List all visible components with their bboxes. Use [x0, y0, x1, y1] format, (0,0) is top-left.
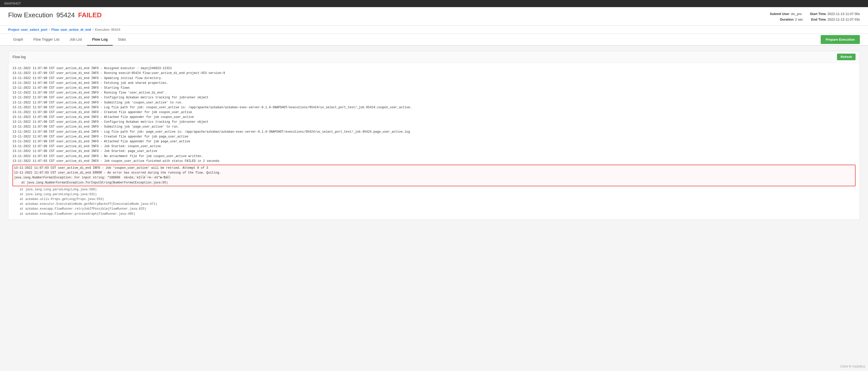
breadcrumb-flow-label: Flow	[52, 28, 59, 32]
tab-flow-log[interactable]: Flow Log	[87, 34, 113, 46]
tab-graph[interactable]: Graph	[8, 34, 28, 46]
content-area: Flow log Refresh 13-11-2022 11:07:00 CST…	[0, 46, 868, 225]
top-bar-title: SNAPSHOT	[4, 2, 21, 5]
breadcrumb-project-label: Project	[8, 28, 19, 32]
tabs-bar: GraphFlow Trigger ListJob ListFlow LogSt…	[0, 34, 868, 46]
log-line: 13-11-2022 11:07:03 CST user_active_di_e…	[12, 154, 856, 159]
log-line: 13-11-2022 11:07:00 CST user_active_di_e…	[12, 105, 856, 110]
log-panel-header: Flow log Refresh	[8, 51, 860, 63]
log-line: 13-11-2022 11:07:00 CST user_active_di_e…	[12, 139, 856, 144]
log-line: 13-11-2022 11:07:00 CST user_active_di_e…	[12, 100, 856, 105]
log-line: 13-11-2022 11:07:00 CST user_active_di_e…	[12, 91, 856, 95]
duration-meta: Duration 2 sec	[780, 17, 803, 22]
breadcrumb: Project user_select_port / Flow user_act…	[0, 26, 868, 34]
submit-user-value: olc_pro	[791, 11, 802, 17]
header-left: Flow Execution 95424 FAILED	[8, 11, 102, 19]
log-stack-line: at java.lang.Long.parseLong(Long.java:63…	[12, 192, 856, 197]
log-stack-line: at azkaban.executor.ExecutableNode.getRe…	[12, 202, 856, 207]
duration-label: Duration	[780, 17, 794, 22]
log-line: 13-11-2022 11:07:00 CST user_active_di_e…	[12, 110, 856, 115]
log-line: 13-11-2022 11:07:00 CST user_active_di_e…	[12, 81, 856, 86]
breadcrumb-project-link[interactable]: user_select_port	[21, 28, 47, 32]
log-panel: Flow log Refresh 13-11-2022 11:07:00 CST…	[8, 51, 860, 220]
log-stack-line: at azkaban.execapp.FlowRunner.processGra…	[12, 212, 856, 216]
tab-job-list[interactable]: Job List	[65, 34, 87, 46]
log-line: 13-11-2022 11:07:00 CST user_active_di_e…	[12, 86, 856, 91]
log-highlighted-line: 13-11-2022 11:07:03 CST user_active_di_e…	[14, 166, 854, 170]
start-time-meta: Start Time 2022-11-13 11:07 00s	[810, 11, 860, 17]
log-line: 13-11-2022 11:07:00 CST user_active_di_e…	[12, 120, 856, 125]
log-line: 13-11-2022 11:07:00 CST user_active_di_e…	[12, 149, 856, 154]
log-highlighted-line: at java.lang.NumberFormatException.forIn…	[14, 180, 854, 185]
log-line: 13-11-2022 11:07:03 CST user_active_di_e…	[12, 159, 856, 164]
log-stack-line: at azkaban.utils.Props.getLong(Props.jav…	[12, 197, 856, 202]
status-badge: FAILED	[78, 11, 101, 19]
header: Flow Execution 95424 FAILED Submit User …	[0, 7, 868, 26]
start-time-label: Start Time	[810, 11, 826, 17]
log-line: 13-11-2022 11:07:00 CST user_active_di_e…	[12, 125, 856, 129]
prepare-execution-button[interactable]: Prepare Execution	[821, 35, 860, 44]
log-line: 13-11-2022 11:07:00 CST user_active_di_e…	[12, 66, 856, 71]
log-line: 13-11-2022 11:07:00 CST user_active_di_e…	[12, 144, 856, 149]
duration-value: 2 sec	[795, 17, 803, 22]
start-time-value: 2022-11-13 11:07 00s	[828, 11, 860, 17]
log-body: 13-11-2022 11:07:00 CST user_active_di_e…	[8, 63, 860, 220]
tab-flow-trigger-list[interactable]: Flow Trigger List	[28, 34, 65, 46]
meta-row-2: Duration 2 sec End Time 2022-11-13 11:07…	[770, 17, 860, 22]
end-time-meta: End Time 2022-11-13 11:07 03s	[811, 17, 860, 22]
page-title: Flow Execution 95424 FAILED	[8, 11, 102, 19]
log-line: 13-11-2022 11:07:00 CST user_active_di_e…	[12, 134, 856, 139]
log-line: 13-11-2022 11:07:00 CST user_active_di_e…	[12, 71, 856, 76]
log-line: 13-11-2022 11:07:00 CST user_active_di_e…	[12, 76, 856, 81]
log-line: 13-11-2022 11:07:00 CST user_active_di_e…	[12, 95, 856, 100]
breadcrumb-flow-link[interactable]: user_active_di_end	[60, 28, 91, 32]
submit-user-label: Submit User	[770, 11, 789, 17]
log-highlighted-block: 13-11-2022 11:07:03 CST user_active_di_e…	[12, 165, 856, 186]
tabs-container: GraphFlow Trigger ListJob ListFlow LogSt…	[8, 34, 131, 45]
meta-row-1: Submit User olc_pro Start Time 2022-11-1…	[770, 11, 860, 17]
breadcrumb-execution-label: Execution	[95, 28, 110, 32]
submit-user-meta: Submit User olc_pro	[770, 11, 802, 17]
log-line: 13-11-2022 11:07:00 CST user_active_di_e…	[12, 130, 856, 134]
tab-stats[interactable]: Stats	[113, 34, 131, 46]
log-highlighted-line: java.lang.NumberFormatException: For inp…	[14, 175, 854, 180]
end-time-label: End Time	[811, 17, 826, 22]
breadcrumb-execution-value: 95424	[111, 28, 120, 32]
log-stack-line: at java.lang.Long.parseLong(Long.java:58…	[12, 187, 856, 192]
log-panel-title: Flow log	[12, 55, 26, 59]
log-stack-line: at azkaban.execapp.FlowRunner.retryJobIf…	[12, 207, 856, 211]
header-right: Submit User olc_pro Start Time 2022-11-1…	[770, 11, 860, 22]
log-line: 13-11-2022 11:07:00 CST user_active_di_e…	[12, 115, 856, 120]
end-time-value: 2022-11-13 11:07 03s	[828, 17, 860, 22]
refresh-button[interactable]: Refresh	[837, 54, 856, 60]
top-bar: SNAPSHOT	[0, 0, 868, 7]
log-highlighted-line: 13-11-2022 11:07:03 CST user_active_di_e…	[14, 170, 854, 175]
